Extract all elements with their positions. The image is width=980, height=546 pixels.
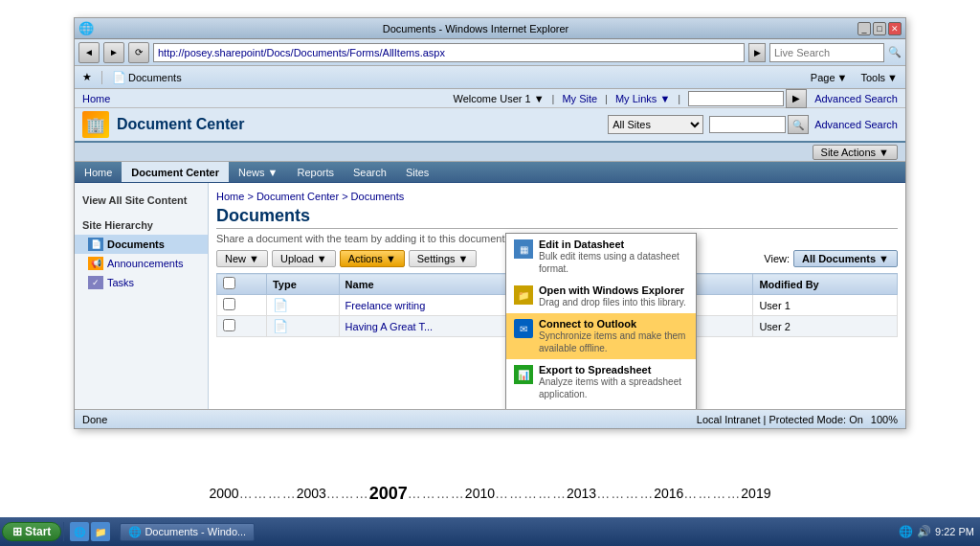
site-hierarchy-label: Site Hierarchy xyxy=(75,216,208,235)
action-windows-explorer[interactable]: 📁 Open with Windows Explorer Drag and dr… xyxy=(506,280,696,313)
col-modified-by: Modified By xyxy=(753,274,898,295)
quick-launch: 🌐 📁 xyxy=(70,522,110,541)
nav-sites[interactable]: Sites xyxy=(396,162,438,182)
sp-nav: Home Document Center News ▼ Reports Sear… xyxy=(75,162,905,183)
logo-icon: 🏢 xyxy=(86,116,105,134)
upload-button[interactable]: Upload ▼ xyxy=(272,250,336,267)
sp-topbar: Home Welcome User 1 ▼ | My Site | My Lin… xyxy=(75,89,905,108)
back-button[interactable]: ◄ xyxy=(78,42,100,63)
action-edit-datasheet[interactable]: ▦ Edit in Datasheet Bulk edit items usin… xyxy=(506,234,696,280)
site-search-button[interactable]: 🔍 xyxy=(788,115,809,134)
documents-icon: 📄 xyxy=(88,238,103,251)
my-site-link[interactable]: My Site xyxy=(562,93,597,104)
doc-type-icon: 📄 xyxy=(273,298,288,312)
year-2000: 2000 xyxy=(210,486,239,501)
dots-4: …………… xyxy=(495,486,567,501)
security-zone: Local Intranet | Protected Mode: On xyxy=(697,414,863,425)
close-button[interactable]: ✕ xyxy=(888,22,902,35)
row-checkbox[interactable] xyxy=(223,319,235,331)
sites-dropdown[interactable]: All Sites xyxy=(608,115,703,134)
taskbar-items: 🌐 Documents - Windo... xyxy=(120,523,255,541)
tools-menu[interactable]: Tools ▼ xyxy=(857,70,902,85)
advanced-search-link2[interactable]: Advanced Search xyxy=(814,119,898,130)
select-all-checkbox[interactable] xyxy=(223,277,235,289)
dots-2: ……… xyxy=(326,486,369,501)
windows-explorer-icon: 📁 xyxy=(514,285,533,305)
col-type: Type xyxy=(266,274,339,295)
site-search-input[interactable] xyxy=(709,116,786,133)
search-icon[interactable]: 🔍 xyxy=(888,46,902,58)
nav-news[interactable]: News ▼ xyxy=(229,162,287,182)
maximize-button[interactable]: □ xyxy=(873,22,886,35)
year-2013: 2013 xyxy=(567,486,596,501)
forward-button[interactable]: ► xyxy=(103,42,124,63)
document-link[interactable]: Having A Great T... xyxy=(345,321,434,332)
taskbar-ie-item[interactable]: 🌐 Documents - Windo... xyxy=(120,523,255,541)
zoom-level: 100% xyxy=(871,414,898,425)
action-connect-outlook[interactable]: ✉ Connect to Outlook Synchronize items a… xyxy=(506,313,696,359)
windows-logo: ⊞ xyxy=(12,525,22,538)
page-menu[interactable]: Page ▼ xyxy=(807,70,852,85)
file-quicklaunch-icon[interactable]: 📁 xyxy=(91,522,110,541)
nav-home[interactable]: Home xyxy=(75,162,122,182)
sp-body: View All Site Content Site Hierarchy 📄 D… xyxy=(75,183,905,409)
document-link[interactable]: Freelance writing xyxy=(345,300,426,311)
advanced-search-link[interactable]: Advanced Search xyxy=(814,93,898,104)
minimize-button[interactable]: _ xyxy=(858,22,871,35)
year-2003: 2003 xyxy=(297,486,326,501)
nav-search[interactable]: Search xyxy=(344,162,396,182)
start-button[interactable]: ⊞ Start xyxy=(2,522,61,541)
page-title: Documents xyxy=(216,206,898,229)
browser-title: Documents - Windows Internet Explorer xyxy=(94,23,858,34)
announcements-icon: 📢 xyxy=(88,257,103,270)
volume-icon: 🔊 xyxy=(917,525,931,538)
actions-button[interactable]: Actions ▼ xyxy=(340,250,405,267)
export-spreadsheet-icon: 📊 xyxy=(514,365,533,384)
connect-outlook-icon: ✉ xyxy=(514,319,533,338)
view-all-site-content[interactable]: View All Site Content xyxy=(75,191,208,210)
view-label: View: xyxy=(764,253,790,264)
home-link[interactable]: Home xyxy=(82,93,110,104)
sp-main: Home > Document Center > Documents Docum… xyxy=(209,183,905,409)
sharepoint-content: Home Welcome User 1 ▼ | My Site | My Lin… xyxy=(75,89,905,428)
nav-reports[interactable]: Reports xyxy=(287,162,344,182)
dots-3: ………… xyxy=(408,486,465,501)
site-logo: 🏢 xyxy=(82,111,109,138)
global-search-input[interactable] xyxy=(688,91,784,106)
sidebar-item-documents[interactable]: 📄 Documents xyxy=(75,235,208,254)
browser-search-input[interactable] xyxy=(769,43,884,62)
browser-titlebar: 🌐 Documents - Windows Internet Explorer … xyxy=(75,18,905,39)
site-actions-button[interactable]: Site Actions ▼ xyxy=(813,145,898,160)
refresh-button[interactable]: ⟳ xyxy=(128,42,149,63)
col-checkbox xyxy=(217,274,267,295)
documents-tab[interactable]: 📄 Documents xyxy=(108,69,186,86)
welcome-user[interactable]: Welcome User 1 ▼ xyxy=(454,93,545,104)
ie-taskbar-icon: 🌐 xyxy=(128,526,145,537)
view-dropdown[interactable]: All Documents ▼ xyxy=(793,250,898,267)
year-2019: 2019 xyxy=(741,486,770,501)
action-export-spreadsheet[interactable]: 📊 Export to Spreadsheet Analyze items wi… xyxy=(506,359,696,405)
nav-document-center[interactable]: Document Center xyxy=(122,162,229,182)
action-view-rss[interactable]: )))) View RSS Feed Syndicate items with … xyxy=(506,405,696,409)
address-bar[interactable] xyxy=(153,43,745,62)
ie-quicklaunch-icon[interactable]: 🌐 xyxy=(70,522,89,541)
settings-button[interactable]: Settings ▼ xyxy=(409,250,478,267)
browser-toolbar2: ★ 📄 Documents Page ▼ Tools ▼ xyxy=(75,66,905,89)
go-button[interactable]: ▶ xyxy=(748,43,766,62)
site-title: Document Center xyxy=(117,116,244,133)
new-button[interactable]: New ▼ xyxy=(216,250,268,267)
global-search-button[interactable]: ▶ xyxy=(786,89,807,108)
favorites-icon[interactable]: ★ xyxy=(78,69,96,85)
sidebar-item-announcements[interactable]: 📢 Announcements xyxy=(75,254,208,273)
sidebar: View All Site Content Site Hierarchy 📄 D… xyxy=(75,183,209,409)
network-icon: 🌐 xyxy=(899,525,913,538)
my-links-dropdown[interactable]: My Links ▼ xyxy=(615,93,670,104)
browser-window: 🌐 Documents - Windows Internet Explorer … xyxy=(74,17,906,429)
sidebar-item-tasks[interactable]: ✓ Tasks xyxy=(75,273,208,292)
year-2007: 2007 xyxy=(369,484,408,504)
row-checkbox[interactable] xyxy=(223,298,235,310)
taskbar-right: 🌐 🔊 9:22 PM xyxy=(899,525,978,538)
sp-header-right: All Sites 🔍 Advanced Search xyxy=(608,115,898,134)
status-text: Done xyxy=(82,414,107,425)
dots-5: ………… xyxy=(596,486,654,501)
